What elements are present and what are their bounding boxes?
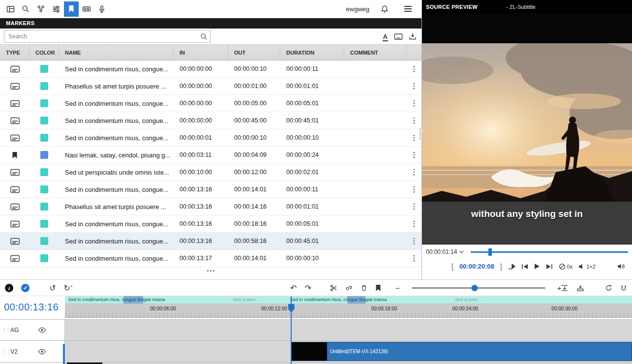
track-lane-ag[interactable]: [65, 319, 632, 340]
audio-channels-button[interactable]: 1+2: [578, 264, 596, 270]
zoom-slider-thumb[interactable]: [471, 285, 478, 291]
search-icon[interactable]: [200, 33, 208, 40]
marker-menu-button[interactable]: ⋮: [407, 254, 421, 263]
column-header-in[interactable]: IN: [174, 45, 228, 60]
redo-button[interactable]: ↷: [304, 284, 311, 292]
history-button[interactable]: ↺: [49, 284, 56, 292]
mark-in-button[interactable]: [: [451, 263, 453, 271]
marker-row[interactable]: Sed in condimentum risus, congue... 00:0…: [0, 233, 421, 250]
track-header-ag[interactable]: ⋮⋮ AG: [0, 319, 65, 340]
marker-menu-button[interactable]: ⋮: [407, 185, 421, 194]
info-button[interactable]: i: [5, 284, 13, 292]
track-scroll-indicator[interactable]: [63, 344, 65, 364]
cut-button[interactable]: [330, 284, 337, 292]
play-button[interactable]: [534, 263, 540, 270]
menu-button[interactable]: [400, 1, 415, 17]
track-visibility-toggle[interactable]: [38, 349, 46, 355]
zoom-slider[interactable]: [412, 287, 545, 289]
new-version-button[interactable]: ↻+: [63, 284, 73, 292]
track-visibility-toggle[interactable]: [38, 327, 46, 333]
delete-button[interactable]: [361, 284, 367, 292]
marker-color-cell: [30, 185, 59, 193]
subtitle-display-button[interactable]: [394, 33, 403, 40]
marker-row[interactable]: Nasi lemak, satay, cendol, pisang g... 0…: [0, 147, 421, 164]
drag-handle-icon[interactable]: ⋮⋮: [1, 328, 6, 333]
marker-type-icon: [12, 152, 18, 159]
search-input[interactable]: [4, 30, 210, 42]
column-header-comment[interactable]: COMMENT: [344, 45, 407, 60]
column-header-name[interactable]: NAME: [59, 45, 174, 60]
playback-speed-button[interactable]: 0x: [559, 263, 573, 270]
column-header-type[interactable]: TYPE: [0, 45, 30, 60]
marker-menu-button[interactable]: ⋮: [407, 237, 421, 245]
mark-out-button[interactable]: ]: [500, 263, 502, 271]
column-header-out[interactable]: OUT: [228, 45, 280, 60]
color-swatch: [40, 134, 48, 142]
overwrite-button[interactable]: [576, 284, 584, 292]
kebab-icon: ⋮: [411, 254, 418, 263]
marker-row[interactable]: Sed in condimentum risus, congue... 00:0…: [0, 181, 421, 198]
snap-button[interactable]: [620, 284, 627, 292]
marker-row[interactable]: Sed in condimentum risus, congue... 00:0…: [0, 61, 421, 78]
color-swatch: [40, 151, 48, 159]
timeline-playhead[interactable]: [291, 296, 292, 364]
previous-frame-button[interactable]: [521, 264, 528, 270]
adjust-button[interactable]: [49, 1, 63, 17]
voice-over-button[interactable]: [94, 1, 109, 17]
logging-button[interactable]: [33, 1, 48, 17]
search-button[interactable]: [18, 1, 33, 17]
zoom-out-button[interactable]: −: [395, 284, 400, 292]
preview-scrub-bar[interactable]: [471, 245, 628, 259]
text-style-button[interactable]: A: [383, 33, 388, 40]
marker-row[interactable]: Sed in condimentum risus, congue... 00:0…: [0, 112, 421, 129]
link-button[interactable]: [345, 284, 353, 292]
track-lane-v2[interactable]: Untitled(ITEM-VX-142139): [65, 340, 632, 362]
audio-output-button[interactable]: [617, 263, 625, 270]
subtitle-clip-text[interactable]: Sed ut pers...: [455, 297, 482, 302]
subtitle-clip-text[interactable]: Sed in condimentum risus, congue feugiat…: [290, 297, 387, 302]
marker-menu-button[interactable]: ⋮: [407, 82, 421, 91]
marker-row[interactable]: Phasellus sit amet turpis posuere ... 00…: [0, 78, 421, 95]
marker-row[interactable]: Sed in condimentum risus, congue... 00:0…: [0, 250, 421, 267]
undo-button[interactable]: ↶: [290, 284, 297, 292]
marker-menu-button[interactable]: ⋮: [407, 116, 421, 125]
import-button[interactable]: [409, 32, 417, 40]
jump-to-button[interactable]: [508, 264, 515, 270]
subtitle-track-strip[interactable]: Sed in condimentum risus, congue feugiat…: [65, 296, 632, 304]
add-marker-button[interactable]: [375, 284, 381, 292]
marker-menu-button[interactable]: ⋮: [407, 202, 421, 211]
timeline-current-timecode[interactable]: 00:00:13:16: [0, 296, 65, 318]
marker-row[interactable]: Sed in condimentum risus, congue... 00:0…: [0, 95, 421, 112]
video-clip[interactable]: Untitled(ITEM-VX-142139): [291, 342, 632, 361]
recorder-button[interactable]: [79, 1, 94, 17]
refresh-button[interactable]: [605, 284, 612, 292]
marker-menu-button[interactable]: ⋮: [407, 168, 421, 177]
marker-in-timecode: 00:00:13:16: [174, 203, 228, 210]
marker-menu-button[interactable]: ⋮: [407, 64, 421, 73]
approve-button[interactable]: ✓: [21, 284, 30, 292]
marker-row[interactable]: Phasellus sit amet turpis posuere ... 00…: [0, 198, 421, 215]
marker-duration: 00:00:45:01: [280, 238, 344, 244]
marker-row[interactable]: Sed in condimentum risus, congue... 00:0…: [0, 215, 421, 233]
panel-resize-handle[interactable]: [0, 267, 421, 274]
insert-button[interactable]: [561, 284, 569, 292]
markers-button[interactable]: [64, 1, 79, 17]
notifications-button[interactable]: [377, 1, 392, 17]
marker-row[interactable]: Sed in condimentum risus, congue... 00:0…: [0, 129, 421, 147]
column-header-duration[interactable]: DURATION: [280, 45, 344, 60]
marker-menu-button[interactable]: ⋮: [407, 219, 421, 228]
preview-position-timecode[interactable]: 00:00:01:14: [426, 248, 464, 255]
subtitle-clip-text[interactable]: Sed in condimentum risus, congue feugiat…: [68, 297, 165, 302]
scrub-marker[interactable]: [488, 248, 492, 256]
marker-row[interactable]: Sed ut perspiciatis unde omnis iste... 0…: [0, 164, 421, 181]
marker-menu-button[interactable]: ⋮: [407, 99, 421, 108]
timeline-ruler[interactable]: 00:00:06:0000:00:12:0000:00:18:0000:00:2…: [65, 304, 632, 318]
video-viewport[interactable]: without any styling set in: [422, 13, 632, 244]
next-frame-button[interactable]: [546, 264, 553, 270]
column-header-color[interactable]: COLOR: [30, 45, 59, 60]
panels-button[interactable]: [3, 1, 18, 17]
drag-handle-icon[interactable]: ⋮⋮: [1, 349, 6, 354]
marker-menu-button[interactable]: ⋮: [407, 151, 421, 159]
subtitle-clip-text[interactable]: Sed ut pers...: [233, 297, 259, 302]
track-header-v2[interactable]: ⋮⋮ V2: [0, 340, 65, 362]
